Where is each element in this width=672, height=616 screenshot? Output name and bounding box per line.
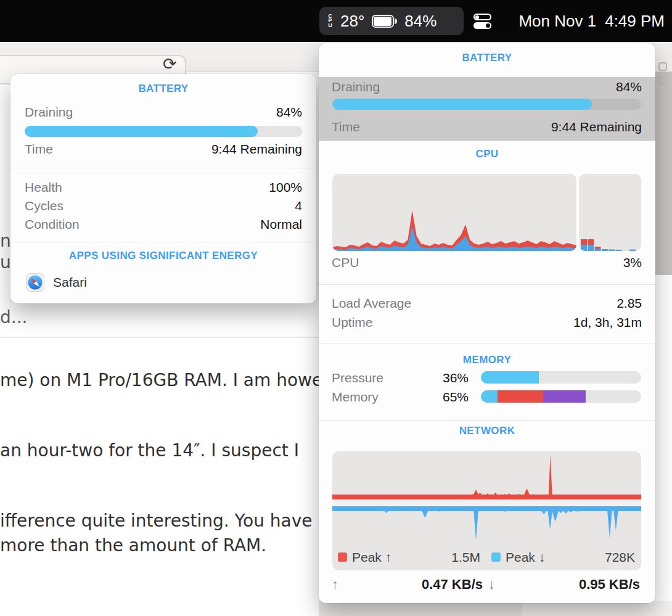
cpu-usage-row: CPU 3%: [332, 255, 642, 270]
safari-icon: [26, 273, 44, 292]
memory-usage-row: Memory 65%: [332, 389, 642, 404]
battery-state-row: Draining 84%: [25, 105, 302, 120]
health-value: 100%: [269, 180, 302, 195]
load-average-row: Load Average 2.85: [332, 296, 642, 311]
divider: [319, 343, 655, 343]
state-label: Draining: [25, 105, 73, 120]
download-rate: 0.95 KB/s: [541, 577, 640, 593]
download-arrow-icon: ↓: [488, 577, 495, 593]
cpu-history-chart: [332, 174, 576, 251]
cpu-label: CPU: [332, 255, 359, 270]
cycles-value: 4: [295, 199, 302, 213]
pressure-label: Pressure: [332, 371, 383, 385]
page-text-line: more than the amount of RAM.: [0, 535, 266, 556]
page-text-line: ifference quite interesting. You have: [0, 511, 312, 531]
cpu-value: 3%: [623, 255, 642, 270]
apps-energy-header: APPS USING SIGNIFICANT ENERGY: [10, 250, 316, 262]
control-center-icon[interactable]: [473, 14, 491, 29]
time-value: 9:44 Remaining: [551, 120, 642, 134]
upload-rate: 0.47 KB/s: [390, 577, 483, 593]
divider: [319, 284, 655, 285]
battery-icon-fill: [374, 17, 391, 26]
time-value: 9:44 Remaining: [211, 142, 302, 157]
battery-time-row: Time 9:44 Remaining: [25, 142, 302, 157]
battery-time-row: Time 9:44 Remaining: [332, 120, 642, 134]
state-label: Draining: [332, 80, 380, 94]
menu-bar: CPU 28° 84% Mon Nov 1 4:49 PM: [0, 0, 672, 42]
istat-menubar-item[interactable]: CPU 28° 84%: [319, 7, 464, 35]
peak-up-value: 1.5M: [419, 550, 480, 565]
network-history-chart: Peak ↑ 1.5M Peak ↓ 728K: [332, 451, 641, 570]
health-label: Health: [25, 180, 62, 195]
istat-menus-panel: BATTERY Draining 84% Time 9:44 Remaining…: [319, 43, 655, 603]
cycles-label: Cycles: [25, 199, 64, 213]
page-text-line: an hour-two for the 14″. I suspect I: [0, 440, 299, 461]
cpu-header: CPU: [319, 148, 655, 160]
network-header: NETWORK: [319, 425, 655, 437]
memory-value: 65%: [424, 390, 469, 405]
memory-pressure-row: Pressure 36%: [332, 370, 642, 385]
battery-state-row: Draining 84%: [332, 80, 642, 94]
peak-down-label: Peak ↓: [506, 550, 545, 565]
cpu-temperature: 28°: [340, 12, 364, 31]
battery-progress-bar: [25, 126, 302, 137]
pressure-value: 36%: [424, 371, 469, 385]
uptime-row: Uptime 1d, 3h, 31m: [332, 315, 642, 330]
health-row: Health 100%: [25, 180, 302, 195]
peak-down-swatch: [491, 552, 501, 562]
battery-header: BATTERY: [10, 83, 316, 95]
upload-arrow-icon: ↑: [332, 577, 338, 593]
toolbar-button-icon[interactable]: [658, 62, 667, 71]
load-label: Load Average: [332, 296, 411, 311]
date-text: Mon Nov 1: [518, 12, 596, 31]
divider: [10, 242, 316, 242]
divider: [319, 420, 655, 421]
memory-bar: [481, 390, 641, 403]
time-text: 4:49 PM: [605, 12, 665, 31]
state-value: 84%: [616, 80, 642, 94]
time-label: Time: [25, 142, 53, 157]
state-value: 84%: [276, 105, 302, 120]
page-text-fragment: d...: [0, 307, 27, 327]
cpu-cores-chart: [579, 174, 641, 251]
battery-popover: BATTERY Draining 84% Time 9:44 Remaining…: [10, 74, 316, 303]
load-value: 2.85: [617, 296, 642, 311]
cycles-row: Cycles 4: [25, 199, 302, 213]
page-gray-region: [655, 72, 672, 275]
network-legend: Peak ↑ 1.5M Peak ↓ 728K: [332, 550, 641, 566]
condition-row: Condition Normal: [25, 217, 302, 232]
network-rates-row: ↑ 0.47 KB/s ↓ 0.95 KB/s: [332, 577, 642, 595]
cpu-stacked-label: CPU: [327, 14, 333, 28]
app-list-item-safari[interactable]: Safari: [26, 273, 87, 292]
menu-bar-clock[interactable]: Mon Nov 1 4:49 PM: [518, 0, 665, 42]
memory-label: Memory: [332, 390, 379, 405]
app-name: Safari: [53, 275, 87, 290]
page-text-line: me) on M1 Pro/16GB RAM. I am howeve: [0, 370, 343, 390]
toolbar-button-icon[interactable]: [658, 76, 667, 84]
reload-icon[interactable]: ⟳: [163, 54, 177, 73]
divider: [10, 168, 316, 168]
time-label: Time: [332, 120, 360, 134]
memory-header: MEMORY: [319, 354, 655, 366]
peak-down-value: 728K: [573, 550, 635, 565]
battery-progress-bar: [332, 99, 641, 110]
peak-up-label: Peak ↑: [352, 550, 391, 565]
battery-percent: 84%: [404, 12, 436, 31]
uptime-value: 1d, 3h, 31m: [573, 315, 642, 330]
divider: [319, 141, 655, 141]
condition-value: Normal: [260, 217, 302, 232]
battery-header: BATTERY: [319, 52, 655, 64]
battery-icon: [372, 15, 397, 28]
condition-label: Condition: [25, 217, 80, 232]
page-divider: [0, 337, 321, 338]
pressure-bar: [481, 371, 641, 384]
screen: ⟳ na ur d... me) on M1 Pro/16GB RAM. I a…: [0, 0, 672, 616]
uptime-label: Uptime: [332, 315, 373, 330]
peak-up-swatch: [338, 552, 347, 562]
